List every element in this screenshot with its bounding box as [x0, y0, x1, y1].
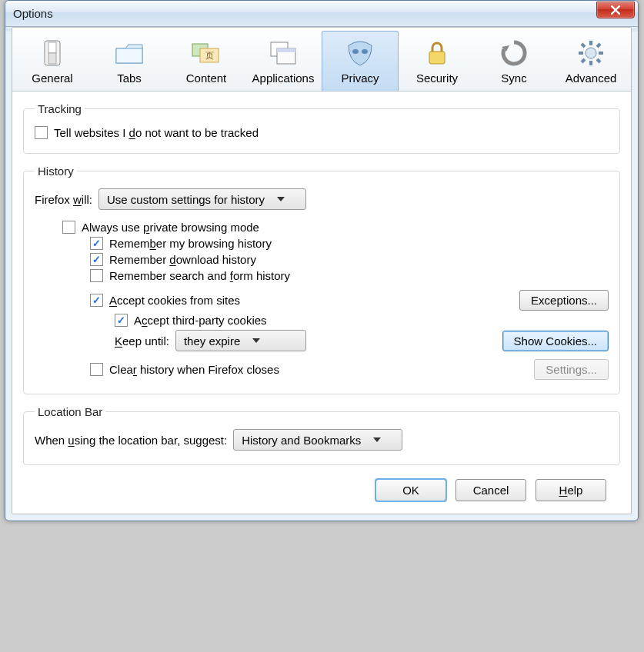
tab-sync-label: Sync — [501, 72, 526, 85]
svg-point-13 — [586, 48, 596, 58]
show-cookies-button[interactable]: Show Cookies... — [502, 331, 609, 351]
chevron-down-icon — [373, 437, 381, 442]
folder-icon — [111, 36, 148, 70]
tab-applications-label: Applications — [252, 72, 315, 85]
window-title: Options — [13, 7, 596, 20]
chevron-down-icon — [277, 197, 285, 201]
location-suggest-value: History and Bookmarks — [242, 434, 361, 447]
location-bar-group: Location Bar When using the location bar… — [23, 405, 620, 465]
remember-browsing-checkbox[interactable] — [90, 237, 103, 250]
history-legend: History — [35, 165, 77, 178]
svg-point-10 — [352, 49, 359, 54]
dialog-footer: OK Cancel Help — [23, 476, 620, 501]
titlebar: Options — [5, 1, 638, 27]
gear-icon — [572, 36, 609, 70]
svg-line-19 — [597, 59, 600, 62]
exceptions-button[interactable]: Exceptions... — [519, 290, 609, 311]
location-legend: Location Bar — [35, 405, 105, 418]
chevron-down-icon — [252, 338, 260, 343]
tab-advanced-label: Advanced — [566, 72, 617, 85]
options-window: Options General Tabs 页 — [5, 0, 639, 521]
cancel-button[interactable]: Cancel — [455, 479, 526, 501]
history-mode-dropdown[interactable]: Use custom settings for history — [98, 188, 306, 210]
remember-form-checkbox[interactable] — [90, 269, 103, 282]
ok-button[interactable]: OK — [375, 479, 446, 501]
firefox-will-label: Firefox will: — [35, 193, 92, 206]
clear-history-checkbox[interactable] — [90, 363, 103, 376]
svg-line-18 — [582, 44, 585, 47]
tracking-group: Tracking Tell websites I do not want to … — [23, 102, 620, 154]
keep-until-value: they expire — [184, 334, 240, 348]
help-button[interactable]: Help — [536, 479, 606, 501]
privacy-panel: Tracking Tell websites I do not want to … — [12, 91, 631, 504]
tab-tabs-label: Tabs — [117, 72, 142, 85]
accept-third-party-checkbox[interactable] — [115, 314, 128, 327]
remember-browsing-label: Remember my browsing history — [109, 237, 272, 250]
tab-privacy-label: Privacy — [341, 72, 379, 85]
clear-settings-button: Settings... — [534, 359, 609, 380]
svg-rect-2 — [48, 53, 56, 64]
remember-download-label: Remember download history — [109, 253, 256, 266]
sync-icon — [496, 36, 532, 70]
tracking-legend: Tracking — [35, 102, 85, 115]
tab-security-label: Security — [416, 72, 458, 85]
applications-icon — [265, 36, 302, 70]
svg-rect-3 — [116, 48, 142, 63]
tab-content[interactable]: 页 Content — [168, 31, 245, 91]
location-suggest-label: When using the location bar, suggest: — [35, 434, 227, 447]
accept-third-party-label: Accept third-party cookies — [134, 314, 267, 327]
svg-rect-12 — [429, 52, 445, 64]
tab-privacy[interactable]: Privacy — [322, 31, 399, 91]
svg-point-11 — [362, 49, 368, 54]
content-icon: 页 — [188, 36, 225, 70]
keep-until-dropdown[interactable]: they expire — [175, 330, 306, 351]
tab-security[interactable]: Security — [399, 31, 475, 91]
tab-general-label: General — [32, 72, 72, 85]
tab-sync[interactable]: Sync — [475, 31, 552, 91]
always-private-checkbox[interactable] — [62, 221, 75, 234]
mask-icon — [342, 36, 379, 70]
clear-history-label: Clear history when Firefox closes — [109, 363, 279, 376]
remember-form-label: Remember search and form history — [109, 269, 290, 282]
tab-tabs[interactable]: Tabs — [91, 31, 168, 91]
keep-until-label: Keep until: — [115, 334, 169, 348]
dnt-checkbox[interactable] — [35, 126, 48, 139]
remember-download-checkbox[interactable] — [90, 253, 103, 266]
svg-rect-9 — [277, 48, 295, 52]
accept-cookies-label: Accept cookies from sites — [109, 294, 240, 307]
tab-applications[interactable]: Applications — [245, 31, 322, 91]
history-mode-value: Use custom settings for history — [107, 193, 265, 206]
lock-icon — [419, 36, 455, 70]
tab-general[interactable]: General — [14, 31, 91, 91]
close-icon — [611, 5, 620, 15]
client-area: General Tabs 页 Content Applications — [12, 27, 632, 514]
switch-icon — [34, 36, 71, 70]
svg-rect-1 — [48, 42, 56, 53]
svg-line-21 — [582, 59, 585, 62]
history-group: History Firefox will: Use custom setting… — [23, 165, 620, 394]
dnt-label: Tell websites I do not want to be tracke… — [54, 126, 259, 139]
svg-text:页: 页 — [205, 51, 214, 60]
tab-advanced[interactable]: Advanced — [552, 31, 629, 91]
close-button[interactable] — [596, 2, 635, 18]
always-private-label: Always use private browsing mode — [82, 221, 259, 234]
category-toolbar: General Tabs 页 Content Applications — [12, 28, 631, 91]
tab-content-label: Content — [186, 72, 227, 85]
accept-cookies-checkbox[interactable] — [90, 294, 103, 307]
location-suggest-dropdown[interactable]: History and Bookmarks — [233, 429, 402, 451]
svg-line-20 — [597, 44, 600, 47]
